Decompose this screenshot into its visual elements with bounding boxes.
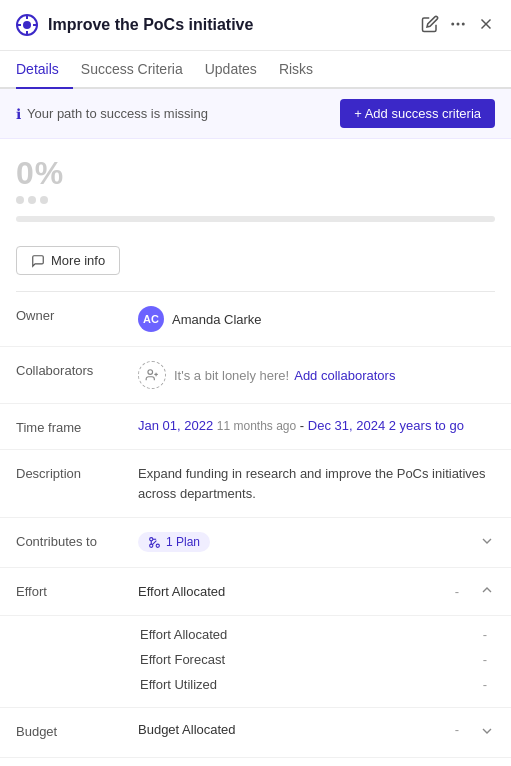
owner-label: Owner <box>16 306 126 323</box>
nav-tabs: Details Success Criteria Updates Risks <box>0 51 511 89</box>
collaborators-row: Collaborators It's a bit lonely here! Ad… <box>0 347 511 404</box>
collaborators-placeholder: It's a bit lonely here! <box>174 368 289 383</box>
timeframe-value: Jan 01, 2022 11 months ago - Dec 31, 202… <box>138 418 495 433</box>
chat-icon <box>31 254 45 268</box>
timeframe-label: Time frame <box>16 418 126 435</box>
more-info-label: More info <box>51 253 105 268</box>
svg-point-16 <box>150 544 153 547</box>
effort-sub-section: Effort Allocated - Effort Forecast - Eff… <box>0 616 511 708</box>
effort-allocated-label: Effort Allocated <box>140 627 483 642</box>
effort-main-value: - <box>455 584 459 599</box>
alert-message: ℹ Your path to success is missing <box>16 106 208 122</box>
page-title: Improve the PoCs initiative <box>48 16 411 34</box>
start-date: Jan 01, 2022 <box>138 418 213 433</box>
progress-percent: 0% <box>16 155 495 192</box>
svg-point-7 <box>457 22 460 25</box>
effort-chevron-up[interactable] <box>479 582 495 601</box>
info-icon: ℹ <box>16 106 21 122</box>
stats-dots <box>16 196 495 204</box>
add-collaborator-icon[interactable] <box>138 361 166 389</box>
contributes-to-chevron[interactable] <box>479 532 495 553</box>
end-date: Dec 31, 2024 <box>308 418 385 433</box>
date-separator: - <box>300 418 308 433</box>
effort-utilized-label: Effort Utilized <box>140 677 483 692</box>
timeframe-row: Time frame Jan 01, 2022 11 months ago - … <box>0 404 511 450</box>
svg-point-8 <box>462 22 465 25</box>
owner-row: Owner AC Amanda Clarke <box>0 292 511 347</box>
add-collaborators-link[interactable]: Add collaborators <box>294 368 395 383</box>
effort-main-label: Effort Allocated <box>138 584 443 599</box>
effort-main-row: Effort Effort Allocated - <box>0 568 511 616</box>
budget-chevron[interactable] <box>479 722 495 743</box>
plan-icon <box>148 536 161 549</box>
description-row: Description Expand funding in research a… <box>0 450 511 518</box>
budget-main-value: - <box>455 722 459 737</box>
tab-risks[interactable]: Risks <box>279 51 327 89</box>
budget-row: Budget Budget Allocated - <box>0 708 511 758</box>
contributes-to-value: 1 Plan <box>138 532 467 552</box>
description-value: Expand funding in research and improve t… <box>138 464 495 503</box>
effort-utilized-row: Effort Utilized - <box>140 672 495 697</box>
plan-badge[interactable]: 1 Plan <box>138 532 210 552</box>
owner-value: AC Amanda Clarke <box>138 306 495 332</box>
contributes-to-label: Contributes to <box>16 532 126 549</box>
collaborators-label: Collaborators <box>16 361 126 378</box>
dot-3 <box>40 196 48 204</box>
header-actions <box>421 15 495 36</box>
effort-label: Effort <box>16 584 126 599</box>
effort-allocated-value: - <box>483 627 487 642</box>
owner-avatar: AC <box>138 306 164 332</box>
plan-label: 1 Plan <box>166 535 200 549</box>
alert-text: Your path to success is missing <box>27 106 208 121</box>
effort-allocated-row: Effort Allocated - <box>140 622 495 647</box>
svg-point-1 <box>23 21 31 29</box>
svg-line-19 <box>153 540 157 544</box>
tab-success-criteria[interactable]: Success Criteria <box>81 51 197 89</box>
progress-bar-container <box>16 216 495 222</box>
effort-forecast-label: Effort Forecast <box>140 652 483 667</box>
close-icon[interactable] <box>477 15 495 36</box>
tab-details[interactable]: Details <box>16 51 73 89</box>
budget-main-label: Budget Allocated <box>138 722 443 737</box>
alert-bar: ℹ Your path to success is missing + Add … <box>0 89 511 139</box>
budget-label: Budget <box>16 722 126 739</box>
svg-point-11 <box>148 370 153 375</box>
collaborators-value: It's a bit lonely here! Add collaborator… <box>138 361 495 389</box>
description-label: Description <box>16 464 126 481</box>
more-options-icon[interactable] <box>449 15 467 36</box>
edit-icon[interactable] <box>421 15 439 36</box>
svg-point-14 <box>156 544 159 547</box>
more-info-row: More info <box>0 238 511 291</box>
end-from-now-text: 2 years to go <box>389 418 464 433</box>
contributes-to-row: Contributes to 1 Plan <box>0 518 511 568</box>
header: Improve the PoCs initiative <box>0 0 511 51</box>
priority-row: Priority Priority - <box>0 758 511 766</box>
dot-1 <box>16 196 24 204</box>
effort-forecast-row: Effort Forecast - <box>140 647 495 672</box>
effort-utilized-value: - <box>483 677 487 692</box>
start-ago-text: 11 months ago <box>217 419 296 433</box>
svg-point-6 <box>451 22 454 25</box>
stats-area: 0% <box>0 139 511 238</box>
description-text: Expand funding in research and improve t… <box>138 466 486 501</box>
effort-forecast-value: - <box>483 652 487 667</box>
svg-point-15 <box>150 537 153 540</box>
app-logo <box>16 14 38 36</box>
tab-updates[interactable]: Updates <box>205 51 271 89</box>
more-info-button[interactable]: More info <box>16 246 120 275</box>
dot-2 <box>28 196 36 204</box>
add-success-criteria-button[interactable]: + Add success criteria <box>340 99 495 128</box>
owner-name: Amanda Clarke <box>172 312 262 327</box>
